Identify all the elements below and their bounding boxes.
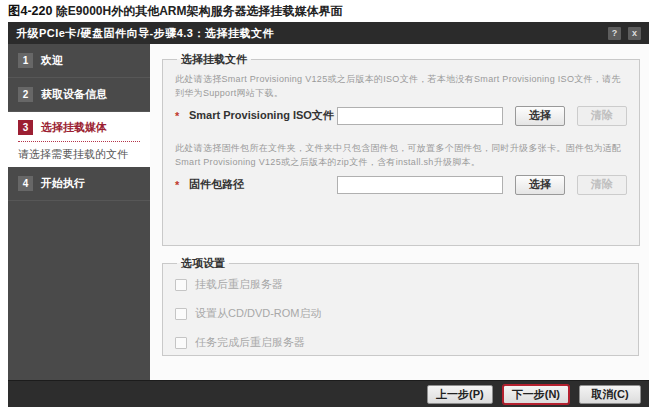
dialog-footer: 上一步(P) 下一步(N) 取消(C)	[8, 380, 649, 407]
options-group: 选项设置 挂载后重启服务器 设置从CD/DVD-ROM启动 任务完成后重启服务器	[162, 256, 639, 356]
option-label: 设置从CD/DVD-ROM启动	[195, 306, 322, 321]
option-row-restart-after-task: 任务完成后重启服务器	[175, 335, 626, 350]
close-icon[interactable]: x	[628, 27, 641, 40]
step-subtitle: 请选择需要挂载的文件	[18, 147, 140, 162]
previous-button[interactable]: 上一步(P)	[427, 385, 493, 404]
next-button[interactable]: 下一步(N)	[503, 385, 569, 404]
boot-from-cd-checkbox[interactable]	[175, 308, 187, 320]
option-row-boot-from-cd: 设置从CD/DVD-ROM启动	[175, 306, 626, 321]
sidebar-filler	[8, 201, 150, 380]
iso-file-input[interactable]	[337, 107, 503, 125]
page: 图4-220 除E9000H外的其他ARM架构服务器选择挂载媒体界面 升级PCI…	[0, 0, 649, 407]
step-item-device-info[interactable]: 2 获取设备信息	[8, 78, 150, 112]
wizard-dialog: 升级PCIe卡/硬盘固件向导-步骤4.3：选择挂载文件 ? x 1 欢迎 2 获…	[8, 22, 649, 407]
restart-after-mount-checkbox[interactable]	[175, 279, 187, 291]
cancel-button[interactable]: 取消(C)	[579, 385, 641, 404]
step-number-badge: 2	[18, 87, 33, 102]
main-content: 选择挂载文件 此处请选择Smart Provisioning V125或之后版本…	[150, 44, 649, 380]
options-group-title: 选项设置	[177, 256, 229, 271]
step-item-welcome[interactable]: 1 欢迎	[8, 44, 150, 78]
option-label: 任务完成后重启服务器	[195, 335, 305, 350]
iso-select-button[interactable]: 选择	[515, 106, 565, 126]
step-item-select-media-active[interactable]: 3 选择挂载媒体 请选择需要挂载的文件	[8, 112, 150, 167]
firmware-hint-text: 此处请选择固件包所在文件夹，文件夹中只包含固件包，可放置多个固件包，同时升级多张…	[175, 142, 627, 170]
required-marker: *	[175, 110, 189, 122]
figure-caption: 图4-220 除E9000H外的其他ARM架构服务器选择挂载媒体界面	[8, 3, 343, 20]
iso-hint-text: 此处请选择Smart Provisioning V125或之后版本的ISO文件，…	[175, 73, 627, 101]
step-number-badge: 3	[18, 120, 33, 135]
active-step-divider	[18, 141, 140, 142]
select-mount-file-group: 选择挂载文件 此处请选择Smart Provisioning V125或之后版本…	[162, 52, 640, 246]
dialog-title: 升级PCIe卡/硬盘固件向导-步骤4.3：选择挂载文件	[16, 26, 601, 41]
step-number-badge: 1	[18, 53, 33, 68]
step-label: 获取设备信息	[41, 87, 107, 102]
wizard-steps-sidebar: 1 欢迎 2 获取设备信息 3 选择挂载媒体 请选择需要挂载的文件 4	[8, 44, 150, 380]
iso-file-label: Smart Provisioning ISO文件	[189, 108, 337, 123]
step-label: 开始执行	[41, 176, 85, 191]
step-item-execute[interactable]: 4 开始执行	[8, 167, 150, 201]
figure-label: 图4-220	[8, 4, 52, 18]
firmware-select-button[interactable]: 选择	[515, 175, 565, 195]
iso-file-row: * Smart Provisioning ISO文件 选择 清除	[175, 106, 627, 126]
step-number-badge: 4	[18, 176, 33, 191]
option-row-restart-after-mount: 挂载后重启服务器	[175, 277, 626, 292]
file-group-title: 选择挂载文件	[177, 52, 251, 67]
step-label: 欢迎	[41, 53, 63, 68]
iso-clear-button[interactable]: 清除	[577, 106, 627, 126]
option-label: 挂载后重启服务器	[195, 277, 283, 292]
firmware-path-input[interactable]	[337, 176, 503, 194]
dialog-titlebar: 升级PCIe卡/硬盘固件向导-步骤4.3：选择挂载文件 ? x	[8, 22, 649, 44]
help-icon[interactable]: ?	[608, 27, 621, 40]
dialog-body: 1 欢迎 2 获取设备信息 3 选择挂载媒体 请选择需要挂载的文件 4	[8, 44, 649, 380]
firmware-clear-button[interactable]: 清除	[577, 175, 627, 195]
firmware-path-label: 固件包路径	[189, 177, 337, 192]
figure-caption-text: 除E9000H外的其他ARM架构服务器选择挂载媒体界面	[56, 4, 343, 18]
step-label: 选择挂载媒体	[41, 120, 107, 135]
required-marker: *	[175, 179, 189, 191]
restart-after-task-checkbox[interactable]	[175, 337, 187, 349]
firmware-path-row: * 固件包路径 选择 清除	[175, 175, 627, 195]
